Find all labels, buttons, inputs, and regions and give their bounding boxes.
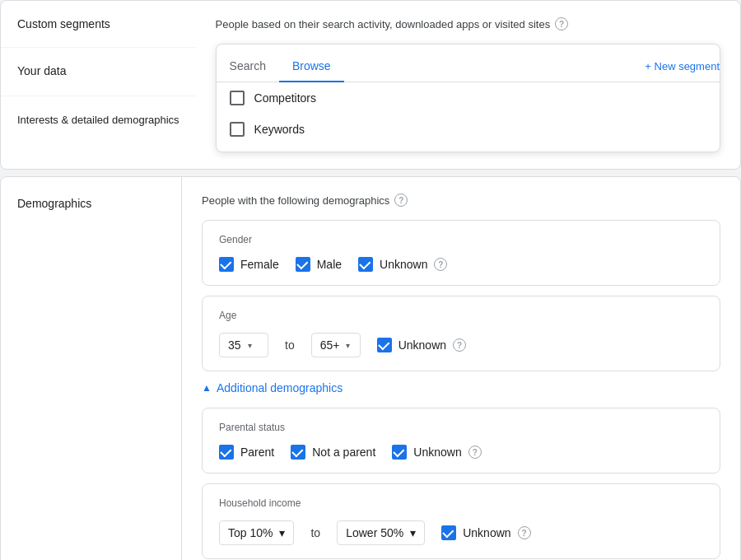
parental-unknown-label: Unknown	[413, 446, 461, 459]
gender-card: Gender Female Male Unknown ?	[202, 220, 720, 286]
household-income-row: Top 10% ▾ to Lower 50% ▾ Unknown ?	[219, 520, 703, 545]
parental-unknown-checkbox[interactable]	[392, 445, 407, 460]
demographics-left: Demographics	[1, 177, 182, 560]
additional-demographics-toggle[interactable]: ▲ Additional demographics	[202, 381, 720, 394]
keywords-item[interactable]: Keywords	[217, 114, 720, 145]
demographics-title: Demographics	[17, 197, 165, 210]
age-to-chevron: ▾	[346, 341, 350, 350]
hh-from-dropdown[interactable]: Top 10% ▾	[219, 520, 294, 545]
hh-unknown-checkbox[interactable]	[441, 525, 456, 540]
page-wrapper: Custom segments Your data Interests & de…	[0, 0, 741, 560]
age-from-dropdown[interactable]: 35 ▾	[219, 333, 268, 357]
competitors-checkbox[interactable]	[230, 91, 245, 105]
female-label: Female	[240, 258, 279, 271]
gender-title: Gender	[219, 234, 703, 245]
segments-tabs: Search Browse + New segment	[217, 51, 720, 82]
parental-unknown[interactable]: Unknown ?	[392, 445, 481, 460]
hh-unknown[interactable]: Unknown ?	[441, 525, 530, 540]
new-segment-link[interactable]: + New segment	[645, 52, 720, 81]
your-data-sidebar[interactable]: Your data	[1, 48, 196, 96]
household-income-card: Household income Top 10% ▾ to Lower 50% …	[202, 483, 720, 559]
hh-to-chevron: ▾	[410, 526, 416, 539]
demographics-help-icon[interactable]: ?	[394, 194, 408, 207]
competitors-label: Competitors	[254, 91, 316, 105]
gender-unknown-help-icon[interactable]: ?	[434, 258, 447, 271]
hh-unknown-label: Unknown	[463, 526, 510, 539]
custom-segments-right: People based on their search activity, d…	[196, 1, 740, 169]
interests-title: Interests & detailed demographics	[17, 113, 179, 128]
custom-segments-sidebar: Custom segments	[1, 1, 196, 47]
tab-search[interactable]: Search	[217, 51, 279, 82]
age-unknown-label: Unknown	[398, 338, 446, 352]
parental-unknown-help-icon[interactable]: ?	[468, 446, 482, 459]
age-to-dropdown[interactable]: 65+ ▾	[311, 333, 361, 357]
keywords-checkbox[interactable]	[230, 122, 245, 137]
parental-status-title: Parental status	[219, 422, 703, 433]
parent-label: Parent	[240, 446, 274, 459]
age-unknown-help-icon[interactable]: ?	[453, 338, 466, 352]
age-row: 35 ▾ to 65+ ▾ Unknown ?	[219, 333, 703, 357]
hh-to-text: to	[310, 526, 320, 539]
description-help-icon[interactable]: ?	[555, 17, 568, 30]
age-card: Age 35 ▾ to 65+ ▾ Unknown ?	[202, 296, 720, 371]
segments-dropdown-card: Search Browse + New segment Competitors …	[216, 44, 720, 152]
additional-demographics-label: Additional demographics	[217, 381, 343, 394]
demographics-description: People with the following demographics ?	[202, 194, 720, 207]
competitors-item[interactable]: Competitors	[217, 82, 720, 114]
age-unknown-checkbox[interactable]	[377, 338, 392, 352]
tab-browse[interactable]: Browse	[279, 51, 344, 82]
custom-segments-title: Custom segments	[17, 17, 179, 30]
age-title: Age	[219, 310, 703, 321]
chevron-up-icon: ▲	[202, 382, 212, 394]
gender-options: Female Male Unknown ?	[219, 257, 703, 272]
gender-unknown-label: Unknown	[380, 258, 427, 271]
not-parent-checkbox[interactable]	[291, 445, 305, 460]
gender-unknown[interactable]: Unknown ?	[358, 257, 447, 272]
parental-parent[interactable]: Parent	[219, 445, 274, 460]
gender-female[interactable]: Female	[219, 257, 279, 272]
parent-checkbox[interactable]	[219, 445, 234, 460]
custom-segments-description: People based on their search activity, d…	[216, 17, 720, 30]
not-parent-label: Not a parent	[312, 446, 375, 459]
male-checkbox[interactable]	[296, 257, 310, 272]
parental-not-parent[interactable]: Not a parent	[291, 445, 375, 460]
female-checkbox[interactable]	[219, 257, 234, 272]
parental-status-options: Parent Not a parent Unknown ?	[219, 445, 703, 460]
your-data-title: Your data	[17, 64, 179, 77]
interests-sidebar[interactable]: Interests & detailed demographics	[1, 96, 196, 144]
left-sidebar: Custom segments Your data Interests & de…	[1, 1, 196, 169]
demographics-right: People with the following demographics ?…	[182, 177, 740, 560]
household-income-title: Household income	[219, 497, 703, 509]
parental-status-card: Parental status Parent Not a parent Unkn…	[202, 408, 720, 474]
male-label: Male	[317, 258, 342, 271]
age-to-text: to	[285, 338, 295, 352]
hh-to-dropdown[interactable]: Lower 50% ▾	[337, 520, 425, 545]
keywords-label: Keywords	[254, 123, 305, 136]
age-unknown[interactable]: Unknown ?	[377, 338, 466, 352]
demographics-section: Demographics People with the following d…	[0, 176, 741, 560]
hh-from-chevron: ▾	[279, 526, 285, 539]
custom-segments-section: Custom segments Your data Interests & de…	[0, 0, 741, 170]
hh-unknown-help-icon[interactable]: ?	[518, 526, 531, 539]
gender-unknown-checkbox[interactable]	[358, 257, 373, 272]
gender-male[interactable]: Male	[296, 257, 342, 272]
age-from-chevron: ▾	[248, 341, 252, 350]
